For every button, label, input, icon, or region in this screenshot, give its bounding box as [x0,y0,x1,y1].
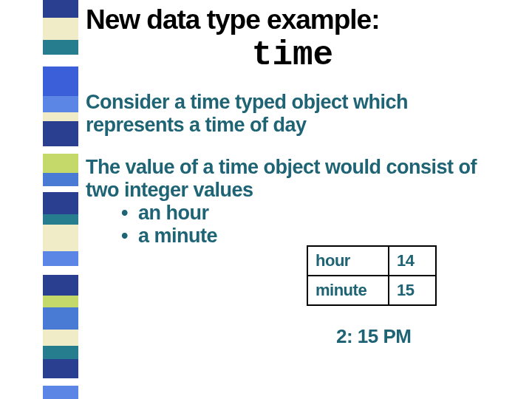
time-caption: 2: 15 PM [336,325,412,348]
paragraph-1: Consider a time typed object which repre… [86,91,499,137]
bullet-item-1: • an hour [121,202,499,225]
title-line-2: time [86,36,499,75]
paragraph-2: The value of a time object would consist… [86,156,499,202]
table-cell-value: 15 [389,276,436,305]
table-cell-label: hour [307,246,389,276]
bullet-list: • an hour • a minute [121,202,499,248]
table-cell-value: 14 [389,246,436,276]
table-row: minute 15 [307,276,436,305]
title-line-1: New data type example: [86,6,499,35]
slide-content: New data type example: time Consider a t… [78,0,514,248]
table-row: hour 14 [307,246,436,276]
table-cell-label: minute [307,276,389,305]
decorative-sidebar [43,0,78,399]
bullet-item-2: • a minute [121,225,499,248]
time-table: hour 14 minute 15 [307,245,437,306]
